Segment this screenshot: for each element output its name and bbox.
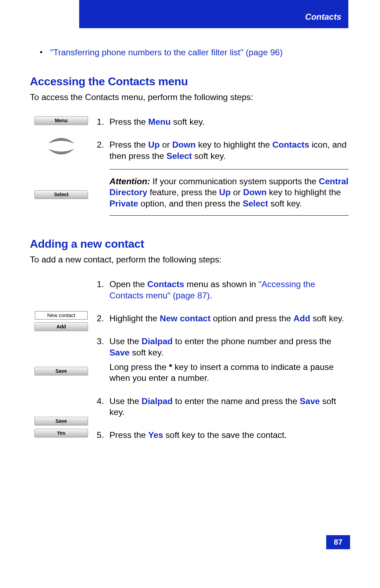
key-private: Private [109, 199, 138, 208]
section2-intro: To add a new contact, perform the follow… [30, 255, 350, 265]
step-body: Highlight the New contact option and pre… [109, 313, 350, 324]
key-select: Select [166, 151, 192, 161]
step-number: 1. [97, 116, 109, 127]
header-title: Contacts [305, 12, 341, 22]
step-number: 2. [97, 139, 109, 216]
attention-label: Attention: [109, 177, 150, 186]
xref-link[interactable]: "Transferring phone numbers to the calle… [50, 48, 283, 57]
step-body: Use the Dialpad to enter the name and pr… [109, 396, 350, 418]
content: • "Transferring phone numbers to the cal… [30, 48, 350, 441]
softkey-save: Save [34, 367, 88, 375]
step-body: Press the Menu soft key. [109, 116, 350, 127]
attention-note: Attention: If your communication system … [109, 169, 349, 216]
step-number: 5. [97, 429, 109, 440]
softkey-add: Add [34, 322, 88, 331]
key-dialpad: Dialpad [141, 396, 173, 406]
section1-row: Menu Select 1. Press the Menu soft key. [30, 116, 350, 216]
key-down: Down [243, 187, 267, 197]
key-save: Save [300, 396, 320, 406]
softkey-menu: Menu [34, 116, 88, 125]
nav-keys-icon [30, 131, 93, 161]
section2-row: New contact Add Save Save Yes 1. Open th… [30, 279, 350, 441]
key-save: Save [109, 348, 129, 357]
softkey-yes: Yes [34, 429, 88, 437]
nav-up-icon [47, 131, 76, 145]
section2-step5: 5. Press the Yes soft key to the save th… [97, 429, 350, 440]
key-add: Add [293, 314, 310, 323]
step-body: Press the Up or Down key to highlight th… [109, 139, 350, 216]
softkey-save-2: Save [34, 417, 88, 425]
section1-right-col: 1. Press the Menu soft key. 2. Press the… [97, 116, 350, 216]
section-heading-adding: Adding a new contact [30, 237, 350, 250]
page-number: 87 [326, 535, 350, 549]
step-number: 3. [97, 336, 109, 383]
bullet-list-item: • "Transferring phone numbers to the cal… [40, 48, 350, 57]
section2-step2: 2. Highlight the New contact option and … [97, 313, 350, 324]
key-up: Up [219, 187, 231, 197]
key-yes: Yes [148, 430, 163, 440]
section1-step1: 1. Press the Menu soft key. [97, 116, 350, 127]
section1-step2: 2. Press the Up or Down key to highlight… [97, 139, 350, 216]
section1-intro: To access the Contacts menu, perform the… [30, 92, 350, 102]
step-number: 2. [97, 313, 109, 324]
section2-step4: 4. Use the Dialpad to enter the name and… [97, 396, 350, 418]
page: Contacts • "Transferring phone numbers t… [0, 0, 380, 588]
key-up: Up [148, 140, 160, 149]
bullet-dot: • [40, 48, 43, 57]
key-contacts: Contacts [147, 279, 184, 289]
softkey-select: Select [34, 190, 88, 199]
section1-left-col: Menu Select [30, 116, 97, 202]
display-new-contact: New contact [35, 311, 88, 320]
key-dialpad: Dialpad [141, 336, 173, 346]
section2-left-col: New contact Add Save Save Yes [30, 279, 97, 441]
key-menu: Menu [148, 117, 171, 126]
step-number: 4. [97, 396, 109, 418]
section2-step3: 3. Use the Dialpad to enter the phone nu… [97, 336, 350, 383]
key-contacts: Contacts [272, 140, 309, 149]
section2-step1: 1. Open the Contacts menu as shown in "A… [97, 279, 350, 301]
key-new-contact: New contact [160, 314, 210, 323]
key-down: Down [172, 140, 196, 149]
step-body: Press the Yes soft key to the save the c… [109, 429, 350, 440]
nav-down-icon [47, 147, 76, 161]
section2-right-col: 1. Open the Contacts menu as shown in "A… [97, 279, 350, 441]
section-heading-accessing: Accessing the Contacts menu [30, 75, 350, 88]
step-body: Open the Contacts menu as shown in "Acce… [109, 279, 350, 301]
step-number: 1. [97, 279, 109, 301]
key-select: Select [243, 199, 268, 208]
header-bar: Contacts [79, 0, 348, 28]
step-body: Use the Dialpad to enter the phone numbe… [109, 336, 350, 383]
